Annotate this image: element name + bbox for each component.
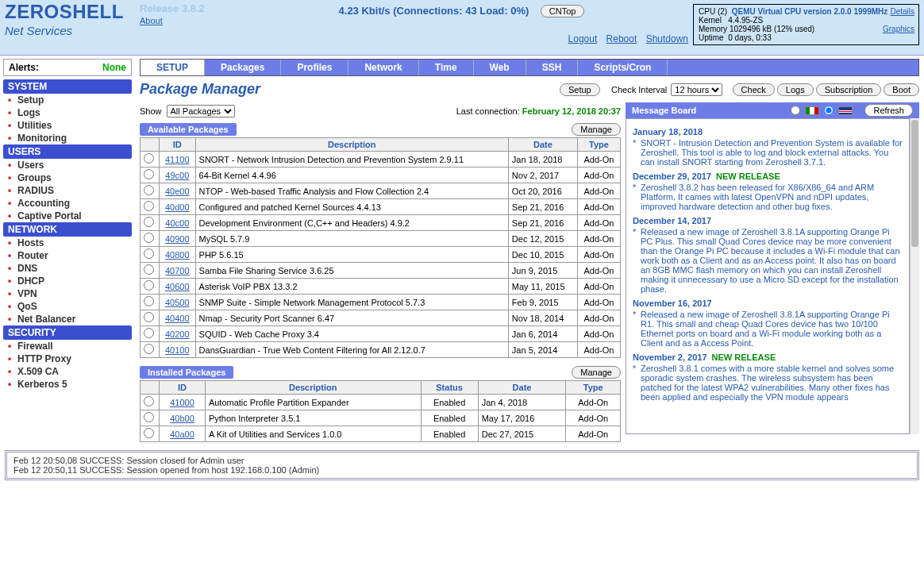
about-link[interactable]: About xyxy=(140,16,163,25)
package-id[interactable]: 40b00 xyxy=(160,410,206,426)
table-row: 41000Automatic Profile Partition Expande… xyxy=(141,395,621,410)
package-date: Dec 10, 2015 xyxy=(508,247,577,263)
check-interval-select[interactable]: 12 hours xyxy=(671,83,722,96)
package-id[interactable]: 40600 xyxy=(160,279,196,295)
sidebar-item-net-balancer[interactable]: Net Balancer xyxy=(3,313,132,325)
manage-available-button[interactable]: Manage xyxy=(572,123,621,136)
show-select[interactable]: All Packages xyxy=(167,105,235,117)
row-select-radio[interactable] xyxy=(144,312,154,322)
new-release-badge: NEW RELEASE xyxy=(716,171,780,181)
sidebar-item-captive-portal[interactable]: Captive Portal xyxy=(3,210,132,222)
row-select-radio[interactable] xyxy=(144,280,154,291)
row-select-radio[interactable] xyxy=(144,412,154,422)
tab-setup[interactable]: SETUP xyxy=(141,60,205,75)
row-select-radio[interactable] xyxy=(144,344,154,354)
refresh-button[interactable]: Refresh xyxy=(864,104,913,117)
column-header: Description xyxy=(205,381,421,395)
package-id[interactable]: 40400 xyxy=(160,310,196,326)
row-select-radio[interactable] xyxy=(144,217,154,227)
row-select-radio[interactable] xyxy=(144,428,154,438)
sidebar-item-kerberos-5[interactable]: Kerberos 5 xyxy=(3,378,132,391)
lang-radio-en[interactable] xyxy=(824,106,834,115)
row-select-radio[interactable] xyxy=(144,153,154,164)
lang-radio-it[interactable] xyxy=(791,106,800,115)
sidebar-item-users[interactable]: Users xyxy=(3,159,132,171)
package-id[interactable]: 41000 xyxy=(160,395,206,410)
row-select-radio[interactable] xyxy=(144,169,154,179)
scrollbar-thumb[interactable] xyxy=(911,120,918,247)
details-link[interactable]: Details xyxy=(890,7,914,16)
package-id[interactable]: 40d00 xyxy=(160,199,196,215)
package-date: Feb 9, 2015 xyxy=(508,295,577,310)
sidebar-item-setup[interactable]: Setup xyxy=(3,94,132,106)
header-links: Logout Reboot Shutdown xyxy=(235,33,688,44)
row-select-radio[interactable] xyxy=(144,248,154,259)
sidebar-item-hosts[interactable]: Hosts xyxy=(3,237,132,249)
header: ZEROSHELL Net Services Release 3.8.2 Abo… xyxy=(0,0,924,56)
check-button[interactable]: Check xyxy=(733,83,775,96)
sidebar-item-accounting[interactable]: Accounting xyxy=(3,197,132,210)
tab-web[interactable]: Web xyxy=(474,60,526,75)
shutdown-link[interactable]: Shutdown xyxy=(646,33,688,44)
sidebar-item-router[interactable]: Router xyxy=(3,249,132,262)
sidebar-item-logs[interactable]: Logs xyxy=(3,106,132,119)
message-text: SNORT - Intrusion Detection and Preventi… xyxy=(633,138,903,167)
sidebar-item-vpn[interactable]: VPN xyxy=(3,287,132,300)
package-id[interactable]: 40200 xyxy=(160,326,196,342)
package-id[interactable]: 40e00 xyxy=(160,183,196,199)
tab-packages[interactable]: Packages xyxy=(205,60,281,75)
reboot-link[interactable]: Reboot xyxy=(606,33,637,44)
subscription-button[interactable]: Subscription xyxy=(816,83,882,96)
sidebar-item-qos[interactable]: QoS xyxy=(3,300,132,313)
alerts-label: Alerts: xyxy=(9,62,39,73)
table-row: 40c00Development Environment (C,C++ and … xyxy=(141,215,621,231)
table-row: 40a00A Kit of Utilities and Services 1.0… xyxy=(141,426,621,442)
package-id[interactable]: 40900 xyxy=(160,231,196,247)
manage-installed-button[interactable]: Manage xyxy=(572,366,621,379)
sidebar-item-firewall[interactable]: Firewall xyxy=(3,340,132,352)
last-connection-value: February 12, 2018 20:37 xyxy=(522,106,621,116)
sidebar-item-radius[interactable]: RADIUS xyxy=(3,184,132,197)
row-select-radio[interactable] xyxy=(144,396,154,406)
package-id[interactable]: 40c00 xyxy=(160,215,196,231)
row-select-radio[interactable] xyxy=(144,185,154,195)
package-type: Add-On xyxy=(577,231,620,247)
package-id[interactable]: 40800 xyxy=(160,247,196,263)
tab-time[interactable]: Time xyxy=(419,60,474,75)
row-select-radio[interactable] xyxy=(144,328,154,338)
table-row: 40e00NTOP - Web-based Traffic Analysis a… xyxy=(141,183,621,199)
sidebar-item-http-proxy[interactable]: HTTP Proxy xyxy=(3,352,132,365)
sidebar-item-dhcp[interactable]: DHCP xyxy=(3,275,132,287)
package-id[interactable]: 40100 xyxy=(160,342,196,358)
boot-button[interactable]: Boot xyxy=(884,83,919,96)
sidebar-item-monitoring[interactable]: Monitoring xyxy=(3,132,132,144)
sidebar-item-utilities[interactable]: Utilities xyxy=(3,119,132,132)
sidebar-item-groups[interactable]: Groups xyxy=(3,171,132,184)
package-id[interactable]: 40700 xyxy=(160,263,196,279)
sidebar-item-dns[interactable]: DNS xyxy=(3,262,132,275)
logo-subtitle: Net Services xyxy=(5,24,140,37)
package-id[interactable]: 41100 xyxy=(160,152,196,168)
logout-link[interactable]: Logout xyxy=(568,33,598,44)
tab-network[interactable]: Network xyxy=(348,60,418,75)
setup-button[interactable]: Setup xyxy=(560,83,600,96)
tab-profiles[interactable]: Profiles xyxy=(281,60,348,75)
row-select-radio[interactable] xyxy=(144,233,154,243)
package-description: Nmap - Security Port Scanner 6.47 xyxy=(195,310,508,326)
row-select-radio[interactable] xyxy=(144,264,154,275)
tab-scripts-cron[interactable]: Scripts/Cron xyxy=(578,60,668,75)
header-center: 4.23 Kbit/s (Connections: 43 Load: 0%) C… xyxy=(235,2,688,44)
tab-ssh[interactable]: SSH xyxy=(526,60,579,75)
cpu-label: CPU (2) xyxy=(699,7,727,16)
log-line: Feb 12 20:50,08 SUCCESS: Session closed … xyxy=(13,456,911,465)
row-select-radio[interactable] xyxy=(144,296,154,306)
sidebar-item-x-509-ca[interactable]: X.509 CA xyxy=(3,365,132,378)
package-id[interactable]: 40a00 xyxy=(160,426,206,442)
row-select-radio[interactable] xyxy=(144,201,154,211)
package-id[interactable]: 40500 xyxy=(160,295,196,310)
graphics-link[interactable]: Graphics xyxy=(883,25,914,33)
package-id[interactable]: 49c00 xyxy=(160,168,196,183)
cntop-button[interactable]: CNTop xyxy=(541,5,585,17)
message-scrollbar[interactable] xyxy=(910,118,919,434)
logs-button[interactable]: Logs xyxy=(777,83,814,96)
